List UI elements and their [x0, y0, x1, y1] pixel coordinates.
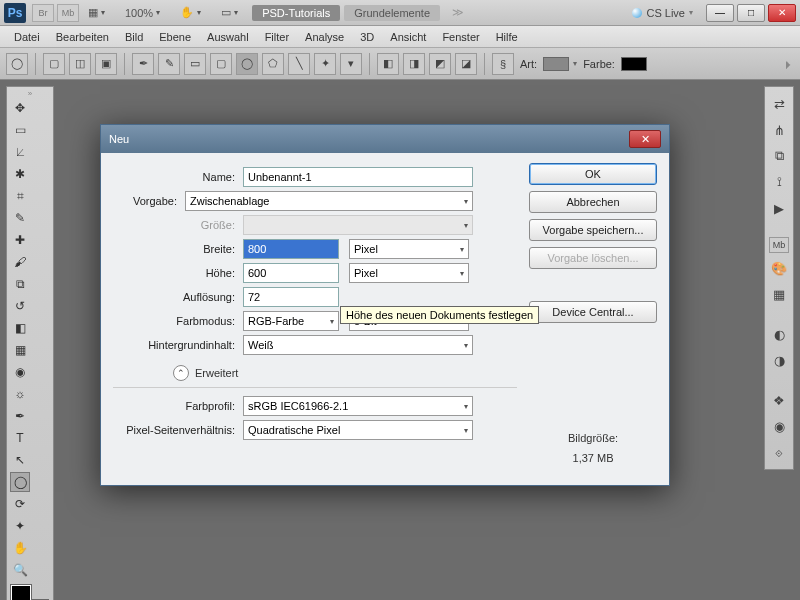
- name-input[interactable]: [243, 167, 473, 187]
- rect-shape-icon[interactable]: ▭: [184, 53, 206, 75]
- close-window-button[interactable]: ✕: [768, 4, 796, 22]
- workspace-tab-active[interactable]: PSD-Tutorials: [252, 5, 340, 21]
- blur-tool-icon[interactable]: ◉: [10, 362, 30, 382]
- fill-pixels-icon[interactable]: ▣: [95, 53, 117, 75]
- resolution-input[interactable]: [243, 287, 339, 307]
- zoom-tool-icon[interactable]: 🔍: [10, 560, 30, 580]
- cancel-button[interactable]: Abbrechen: [529, 191, 657, 213]
- advanced-toggle[interactable]: ⌃ Erweitert: [173, 365, 517, 381]
- workspace-tab[interactable]: Grundelemente: [344, 5, 440, 21]
- screen-mode-dropdown[interactable]: ▦: [82, 4, 111, 22]
- shape-layers-icon[interactable]: ▢: [43, 53, 65, 75]
- view-dropdown[interactable]: ▭: [215, 4, 244, 22]
- brush-panel-icon[interactable]: ⋔: [768, 119, 790, 141]
- 3d-tool-icon[interactable]: ⟳: [10, 494, 30, 514]
- channels-panel-icon[interactable]: ◉: [768, 415, 790, 437]
- height-input[interactable]: [243, 263, 339, 283]
- subtract-icon[interactable]: ◨: [403, 53, 425, 75]
- wand-tool-icon[interactable]: ✱: [10, 164, 30, 184]
- fg-color-swatch[interactable]: [11, 585, 31, 600]
- marquee-tool-icon[interactable]: ▭: [10, 120, 30, 140]
- path-select-icon[interactable]: ↖: [10, 450, 30, 470]
- paths-panel-icon[interactable]: ⟐: [768, 441, 790, 463]
- lasso-tool-icon[interactable]: ⟀: [10, 142, 30, 162]
- menu-auswahl[interactable]: Auswahl: [199, 29, 257, 45]
- colormode-dropdown[interactable]: RGB-Farbe: [243, 311, 339, 331]
- more-workspaces-icon[interactable]: ≫: [452, 6, 464, 19]
- ok-button[interactable]: OK: [529, 163, 657, 185]
- color-panel-icon[interactable]: 🎨: [768, 257, 790, 279]
- width-input[interactable]: [243, 239, 339, 259]
- bridge-button[interactable]: Br: [32, 4, 54, 22]
- adjust-panel-icon[interactable]: ◐: [768, 323, 790, 345]
- menu-filter[interactable]: Filter: [257, 29, 297, 45]
- swatches-panel-icon[interactable]: ⇄: [768, 93, 790, 115]
- zoom-dropdown[interactable]: 100%: [119, 4, 166, 22]
- panel-handle-icon[interactable]: »: [9, 89, 51, 97]
- pen-tool-icon[interactable]: ✒: [10, 406, 30, 426]
- type-tool-icon[interactable]: T: [10, 428, 30, 448]
- minibridge-button[interactable]: Mb: [57, 4, 79, 22]
- intersect-icon[interactable]: ◩: [429, 53, 451, 75]
- preset-dropdown[interactable]: Zwischenablage: [185, 191, 473, 211]
- layers-panel-icon[interactable]: ❖: [768, 389, 790, 411]
- style-link-icon[interactable]: §: [492, 53, 514, 75]
- menu-datei[interactable]: Datei: [6, 29, 48, 45]
- menu-3d[interactable]: 3D: [352, 29, 382, 45]
- combine-icon[interactable]: ◧: [377, 53, 399, 75]
- width-unit-dropdown[interactable]: Pixel: [349, 239, 469, 259]
- menu-fenster[interactable]: Fenster: [434, 29, 487, 45]
- heal-tool-icon[interactable]: ✚: [10, 230, 30, 250]
- menu-analyse[interactable]: Analyse: [297, 29, 352, 45]
- cs-live-button[interactable]: CS Live: [632, 7, 693, 19]
- styles-panel-icon[interactable]: ▦: [768, 283, 790, 305]
- maximize-button[interactable]: □: [737, 4, 765, 22]
- dialog-close-button[interactable]: ✕: [629, 130, 661, 148]
- mb-panel-icon[interactable]: Mb: [769, 237, 789, 253]
- move-tool-icon[interactable]: ✥: [10, 98, 30, 118]
- nav-panel-icon[interactable]: ⟟: [768, 171, 790, 193]
- masks-panel-icon[interactable]: ◑: [768, 349, 790, 371]
- line-shape-icon[interactable]: ╲: [288, 53, 310, 75]
- actions-panel-icon[interactable]: ▶: [768, 197, 790, 219]
- menu-ebene[interactable]: Ebene: [151, 29, 199, 45]
- menu-ansicht[interactable]: Ansicht: [382, 29, 434, 45]
- rounded-rect-icon[interactable]: ▢: [210, 53, 232, 75]
- ellipse-shape-icon[interactable]: ◯: [236, 53, 258, 75]
- eyedropper-tool-icon[interactable]: ✎: [10, 208, 30, 228]
- eraser-tool-icon[interactable]: ◧: [10, 318, 30, 338]
- exclude-icon[interactable]: ◪: [455, 53, 477, 75]
- custom-shape-icon[interactable]: ✦: [314, 53, 336, 75]
- polygon-shape-icon[interactable]: ⬠: [262, 53, 284, 75]
- hand-tool-icon[interactable]: ✋: [10, 538, 30, 558]
- pixelaspect-dropdown[interactable]: Quadratische Pixel: [243, 420, 473, 440]
- dodge-tool-icon[interactable]: ☼: [10, 384, 30, 404]
- height-unit-dropdown[interactable]: Pixel: [349, 263, 469, 283]
- gradient-tool-icon[interactable]: ▦: [10, 340, 30, 360]
- pen-icon[interactable]: ✒: [132, 53, 154, 75]
- color-picker[interactable]: [11, 585, 49, 600]
- color-swatch[interactable]: [621, 57, 647, 71]
- paths-icon[interactable]: ◫: [69, 53, 91, 75]
- options-overflow-icon[interactable]: ⏵: [783, 58, 794, 70]
- freeform-pen-icon[interactable]: ✎: [158, 53, 180, 75]
- 3d-camera-icon[interactable]: ✦: [10, 516, 30, 536]
- menu-bearbeiten[interactable]: Bearbeiten: [48, 29, 117, 45]
- clone-panel-icon[interactable]: ⧉: [768, 145, 790, 167]
- background-dropdown[interactable]: Weiß: [243, 335, 473, 355]
- hand-dropdown[interactable]: ✋: [174, 4, 207, 22]
- brush-tool-icon[interactable]: 🖌: [10, 252, 30, 272]
- menu-hilfe[interactable]: Hilfe: [488, 29, 526, 45]
- style-swatch[interactable]: [543, 57, 569, 71]
- shape-tool-icon[interactable]: ◯: [10, 472, 30, 492]
- menu-bild[interactable]: Bild: [117, 29, 151, 45]
- dialog-title-bar[interactable]: Neu ✕: [101, 125, 669, 153]
- history-brush-icon[interactable]: ↺: [10, 296, 30, 316]
- stamp-tool-icon[interactable]: ⧉: [10, 274, 30, 294]
- crop-tool-icon[interactable]: ⌗: [10, 186, 30, 206]
- minimize-button[interactable]: ―: [706, 4, 734, 22]
- colorprofile-dropdown[interactable]: sRGB IEC61966-2.1: [243, 396, 473, 416]
- shape-options-icon[interactable]: ▾: [340, 53, 362, 75]
- device-central-button[interactable]: Device Central...: [529, 301, 657, 323]
- save-preset-button[interactable]: Vorgabe speichern...: [529, 219, 657, 241]
